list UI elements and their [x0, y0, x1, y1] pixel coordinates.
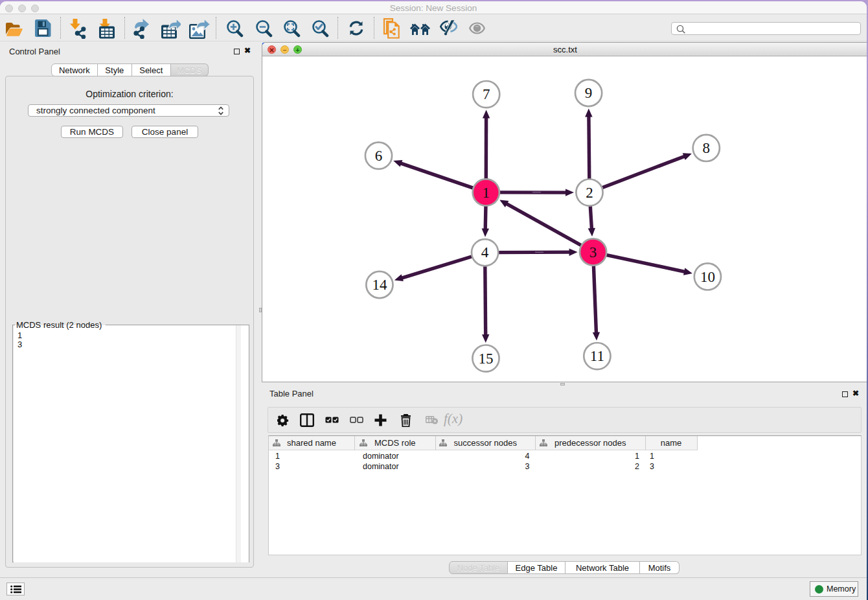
svg-text:3: 3 — [589, 244, 597, 260]
svg-text:4: 4 — [481, 244, 489, 260]
svg-text:2: 2 — [586, 185, 593, 201]
svg-text:9: 9 — [585, 85, 593, 101]
svg-text:1: 1 — [483, 185, 490, 201]
svg-text:7: 7 — [483, 86, 490, 102]
svg-text:15: 15 — [479, 351, 494, 367]
svg-text:14: 14 — [372, 277, 387, 293]
svg-text:6: 6 — [375, 148, 383, 164]
svg-text:10: 10 — [700, 269, 715, 285]
svg-text:8: 8 — [703, 140, 711, 156]
svg-text:11: 11 — [590, 348, 604, 364]
